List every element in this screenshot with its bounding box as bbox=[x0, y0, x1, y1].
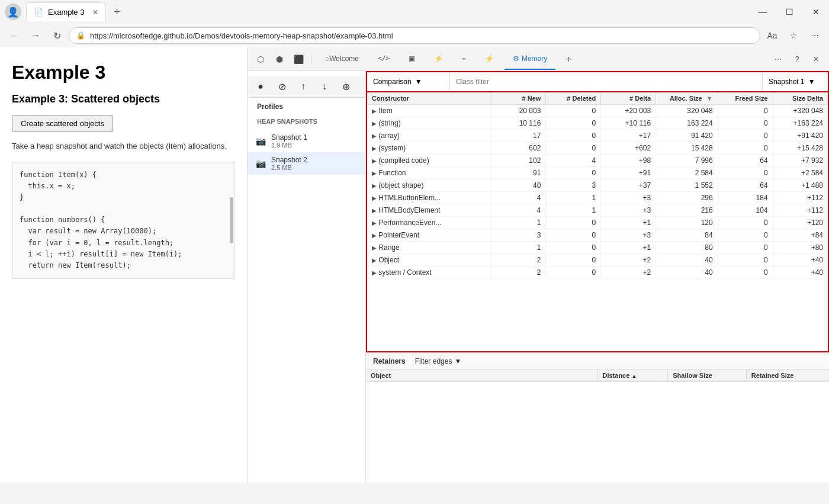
row-expand-arrow[interactable]: ▶ bbox=[372, 170, 377, 176]
take-snapshot-button[interactable]: ● bbox=[252, 78, 269, 95]
row-expand-arrow[interactable]: ▶ bbox=[372, 120, 377, 127]
table-row[interactable]: ▶ HTMLBodyElement 4 1 +3 216 104 +112 bbox=[367, 204, 828, 217]
code-scrollbar[interactable] bbox=[230, 197, 233, 244]
close-button[interactable]: ✕ bbox=[808, 5, 824, 19]
start-recording-button[interactable]: ⊘ bbox=[274, 78, 290, 95]
table-row[interactable]: ▶ (string) 10 116 0 +10 116 163 224 0 +1… bbox=[367, 117, 828, 130]
row-expand-arrow[interactable]: ▶ bbox=[372, 257, 377, 264]
col-alloc-size[interactable]: Alloc. Size ▼ bbox=[656, 92, 718, 105]
table-row[interactable]: ▶ PointerEvent 3 0 +3 84 0 +84 bbox=[367, 229, 828, 242]
retainers-col-object[interactable]: Object bbox=[366, 370, 597, 382]
collect-garbage-button[interactable]: ⊕ bbox=[338, 78, 354, 95]
save-profile-button[interactable]: ↓ bbox=[316, 78, 333, 95]
col-size-delta[interactable]: Size Delta bbox=[773, 92, 828, 105]
more-button[interactable]: ⋯ bbox=[805, 26, 824, 45]
table-row[interactable]: ▶ (object shape) 40 3 +37 1 552 64 +1 48… bbox=[367, 179, 828, 192]
table-row[interactable]: ▶ Range 1 0 +1 80 0 +80 bbox=[367, 242, 828, 254]
device-emulation-button[interactable]: ⬢ bbox=[271, 51, 288, 68]
refresh-button[interactable]: ↻ bbox=[47, 26, 66, 45]
table-row[interactable]: ▶ (array) 17 0 +17 91 420 0 +91 420 bbox=[367, 130, 828, 142]
table-row[interactable]: ▶ (compiled code) 102 4 +98 7 996 64 +7 … bbox=[367, 155, 828, 167]
size-delta-cell: +112 bbox=[773, 192, 828, 204]
create-scattered-objects-button[interactable]: Create scattered objects bbox=[12, 115, 113, 132]
snapshot-1-item[interactable]: 📷 Snapshot 1 1.9 MB bbox=[248, 130, 365, 152]
snapshot-dropdown[interactable]: Snapshot 1 ▼ bbox=[763, 72, 828, 91]
tab-welcome[interactable]: ⌂ Welcome bbox=[317, 49, 367, 70]
comparison-dropdown[interactable]: Comparison ▼ bbox=[367, 72, 450, 91]
col-delta[interactable]: # Delta bbox=[601, 92, 656, 105]
alloc-size-cell: 84 bbox=[656, 229, 718, 242]
favorites-button[interactable]: ☆ bbox=[784, 26, 803, 45]
size-delta-cell: +320 048 bbox=[773, 105, 828, 117]
col-constructor[interactable]: Constructor bbox=[367, 92, 491, 105]
col-deleted[interactable]: # Deleted bbox=[546, 92, 601, 105]
row-expand-arrow[interactable]: ▶ bbox=[372, 245, 377, 251]
tab-memory-label: Memory bbox=[522, 54, 547, 63]
minimize-button[interactable]: — bbox=[754, 5, 772, 19]
row-expand-arrow[interactable]: ▶ bbox=[372, 220, 377, 226]
table-row[interactable]: ▶ Object 2 0 +2 40 0 +40 bbox=[367, 254, 828, 267]
row-expand-arrow[interactable]: ▶ bbox=[372, 195, 377, 201]
row-expand-arrow[interactable]: ▶ bbox=[372, 207, 377, 214]
snapshot-dropdown-arrow-icon: ▼ bbox=[808, 78, 815, 86]
table-row[interactable]: ▶ HTMLButtonElem... 4 1 +3 296 184 +112 bbox=[367, 192, 828, 204]
table-row[interactable]: ▶ (system) 602 0 +602 15 428 0 +15 428 bbox=[367, 142, 828, 155]
row-expand-arrow[interactable]: ▶ bbox=[372, 269, 377, 276]
browser-tab[interactable]: 📄 Example 3 ✕ bbox=[26, 2, 106, 21]
tab-performance[interactable]: ⚡ bbox=[477, 49, 502, 70]
table-row[interactable]: ▶ Function 91 0 +91 2 584 0 +2 584 bbox=[367, 167, 828, 179]
snapshot-2-info: Snapshot 2 2.5 MB bbox=[271, 156, 358, 171]
toggle-sidebar-button[interactable]: ⬛ bbox=[290, 51, 307, 68]
devtools-tab-actions: ⋯ ? ✕ bbox=[770, 51, 824, 68]
row-expand-arrow[interactable]: ▶ bbox=[372, 158, 377, 164]
retainers-tab[interactable]: Retainers bbox=[371, 357, 408, 365]
new-tab-button[interactable]: + bbox=[108, 4, 125, 20]
row-expand-arrow[interactable]: ▶ bbox=[372, 182, 377, 189]
address-bar[interactable]: 🔒 https://microsoftedge.github.io/Demos/… bbox=[69, 27, 760, 44]
constructor-cell: ▶ (compiled code) bbox=[367, 155, 491, 167]
tab-close-btn[interactable]: ✕ bbox=[92, 8, 98, 17]
snapshot-2-item[interactable]: 📷 Snapshot 2 2.5 MB bbox=[248, 152, 365, 175]
constructor-cell: ▶ Object bbox=[367, 254, 491, 267]
inspect-element-button[interactable]: ⬡ bbox=[252, 51, 269, 68]
row-expand-arrow[interactable]: ▶ bbox=[372, 108, 377, 114]
class-filter-input[interactable] bbox=[456, 78, 756, 86]
retainers-col-distance[interactable]: Distance bbox=[597, 370, 668, 382]
alloc-size-cell: 1 552 bbox=[656, 179, 718, 192]
class-filter[interactable] bbox=[450, 72, 763, 91]
tab-elements[interactable]: </> bbox=[369, 49, 398, 70]
devtools-more-button[interactable]: ⋯ bbox=[770, 51, 786, 68]
add-tab-button[interactable]: + bbox=[560, 51, 577, 68]
delta-cell: +10 116 bbox=[601, 117, 656, 130]
col-new[interactable]: # New bbox=[491, 92, 546, 105]
row-expand-arrow[interactable]: ▶ bbox=[372, 133, 377, 139]
back-button[interactable]: ← bbox=[5, 26, 24, 45]
retainers-col-shallow[interactable]: Shallow Size bbox=[668, 370, 747, 382]
devtools-help-button[interactable]: ? bbox=[789, 51, 805, 68]
row-expand-arrow[interactable]: ▶ bbox=[372, 145, 377, 152]
tab-memory[interactable]: ⚙ Memory bbox=[505, 49, 555, 70]
row-expand-arrow[interactable]: ▶ bbox=[372, 232, 377, 239]
profiles-sidebar: ● ⊘ ↑ ↓ ⊕ Profiles HEAP SNAPSHOTS 📷 Snap… bbox=[248, 71, 366, 483]
devtools-close-button[interactable]: ✕ bbox=[808, 51, 824, 68]
filter-edges-button[interactable]: Filter edges ▼ bbox=[415, 357, 462, 365]
delta-cell: +1 bbox=[601, 217, 656, 229]
retainers-col-retained[interactable]: Retained Size bbox=[746, 370, 829, 382]
table-row[interactable]: ▶ Item 20 003 0 +20 003 320 048 0 +320 0… bbox=[367, 105, 828, 117]
size-delta-cell: +1 488 bbox=[773, 179, 828, 192]
load-profiles-button[interactable]: ↑ bbox=[295, 78, 311, 95]
tab-title: Example 3 bbox=[48, 8, 84, 17]
table-row[interactable]: ▶ PerformanceEven... 1 0 +1 120 0 +120 bbox=[367, 217, 828, 229]
tab-network[interactable]: ⌁ bbox=[454, 49, 474, 70]
col-freed-size[interactable]: Freed Size bbox=[718, 92, 773, 105]
size-delta-cell: +15 428 bbox=[773, 142, 828, 155]
table-row[interactable]: ▶ system / Context 2 0 +2 40 0 +40 bbox=[367, 267, 828, 279]
sort-desc-icon: ▼ bbox=[706, 95, 713, 102]
constructor-cell: ▶ Item bbox=[367, 105, 491, 117]
forward-button[interactable]: → bbox=[26, 26, 45, 45]
tab-sources[interactable]: ⚡ bbox=[426, 49, 451, 70]
delta-cell: +37 bbox=[601, 179, 656, 192]
read-aloud-button[interactable]: Aa bbox=[763, 26, 782, 45]
tab-console[interactable]: ▣ bbox=[400, 49, 423, 70]
maximize-button[interactable]: ☐ bbox=[781, 5, 798, 19]
